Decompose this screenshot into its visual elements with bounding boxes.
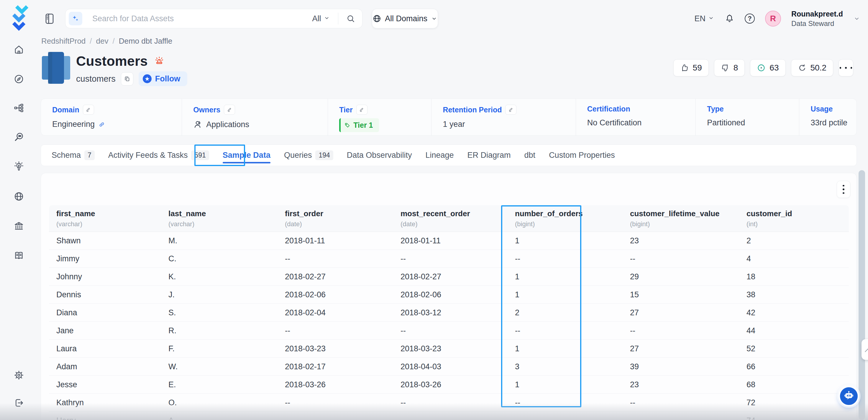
- cell-customer_id: 74: [739, 416, 849, 420]
- user-menu[interactable]: Rounakpreet.d Data Steward: [791, 10, 843, 27]
- metadata-owners: Owners Applications: [182, 99, 328, 136]
- tier-badge[interactable]: Tier 1: [339, 118, 379, 132]
- breadcrumb-item[interactable]: RedshiftProd: [41, 36, 86, 46]
- chevron-down-icon[interactable]: [853, 15, 860, 22]
- edit-domain-button[interactable]: [83, 105, 94, 115]
- cell-first_name: Jesse: [49, 380, 161, 389]
- pencil-icon: [864, 346, 868, 353]
- cell-customer_lifetime_value: --: [623, 254, 739, 263]
- popularity-button[interactable]: 50.2: [791, 59, 834, 77]
- user-name: Rounakpreet.d: [791, 10, 843, 18]
- all-domains-dropdown[interactable]: All Domains: [372, 9, 438, 28]
- table-row: DennisJ.2018-02-062018-02-0611538: [49, 286, 849, 304]
- search-icon[interactable]: [346, 14, 355, 23]
- tab-schema[interactable]: Schema7: [52, 145, 95, 166]
- column-name: last_name: [168, 209, 278, 218]
- column-type: (bigint): [630, 220, 739, 228]
- tab-er-diagram[interactable]: ER Diagram: [467, 145, 511, 166]
- tag-icon: [344, 122, 350, 128]
- upvote-count: 59: [693, 63, 702, 72]
- cell-customer_id: 4: [739, 254, 849, 263]
- tab-count-badge: 591: [191, 150, 209, 160]
- cell-last_name: J.: [161, 290, 278, 299]
- upvote-button[interactable]: 59: [673, 59, 709, 77]
- sidebar-item-logout[interactable]: [13, 398, 24, 408]
- table-row: JaneR.--------44: [49, 322, 849, 340]
- cell-first_name: Shawn: [49, 236, 161, 245]
- table-row: JesseE.2018-03-262018-03-2612368: [49, 376, 849, 394]
- sidebar-item-settings[interactable]: [13, 370, 24, 381]
- metadata-domain: Domain Engineering: [41, 99, 182, 136]
- cell-most_recent_order: --: [393, 398, 507, 407]
- sidebar-item-home[interactable]: [13, 44, 24, 55]
- metadata-type: Type Partitioned: [696, 99, 799, 136]
- global-search-input[interactable]: Search for Data Assets All: [65, 9, 363, 28]
- pencil-icon: [86, 107, 91, 112]
- breadcrumb-item[interactable]: Demo dbt Jaffle: [119, 36, 173, 46]
- sidebar-toggle-icon[interactable]: [44, 13, 55, 24]
- search-scope-dropdown[interactable]: All: [312, 14, 330, 23]
- more-actions-button[interactable]: [838, 59, 853, 77]
- edit-retention-button[interactable]: [505, 105, 517, 115]
- cell-most_recent_order: --: [393, 326, 507, 335]
- cell-first_name: Harry: [49, 416, 161, 420]
- alert-siren-icon[interactable]: [154, 56, 164, 66]
- table-row: JohnnyK.2018-02-272018-02-2712918: [49, 268, 849, 286]
- help-icon[interactable]: ?: [745, 13, 755, 24]
- cell-first_order: --: [278, 416, 393, 420]
- cell-first_order: 2018-01-11: [278, 236, 393, 245]
- language-dropdown[interactable]: EN: [694, 14, 714, 23]
- cell-most_recent_order: 2018-03-23: [393, 344, 507, 353]
- chevron-down-icon: [323, 14, 330, 23]
- cell-number_of_orders: 1: [507, 290, 623, 299]
- cell-first_name: Diana: [49, 308, 161, 318]
- edit-owners-button[interactable]: [224, 105, 235, 115]
- edge-edit-button[interactable]: [862, 339, 868, 360]
- column-header-customer_lifetime_value: customer_lifetime_value(bigint): [623, 205, 739, 232]
- cell-number_of_orders: 2: [507, 308, 623, 318]
- sidebar-item-schema[interactable]: [13, 102, 24, 113]
- sidebar-item-governance[interactable]: [13, 220, 24, 231]
- cell-last_name: A.: [161, 416, 278, 420]
- sidebar-item-glossary[interactable]: [13, 250, 24, 261]
- incidents-button[interactable]: 63: [750, 59, 785, 77]
- tab-activity-feeds-tasks[interactable]: Activity Feeds & Tasks591: [108, 145, 209, 166]
- breadcrumb-item[interactable]: dev: [96, 36, 108, 46]
- cell-most_recent_order: 2018-01-11: [393, 236, 507, 245]
- cell-first_order: --: [278, 398, 393, 407]
- owners-value[interactable]: Applications: [206, 120, 249, 129]
- tab-lineage[interactable]: Lineage: [425, 145, 454, 166]
- tab-sample-data[interactable]: Sample Data: [223, 145, 271, 166]
- cell-customer_lifetime_value: --: [623, 398, 739, 407]
- tab-dbt[interactable]: dbt: [524, 145, 536, 166]
- cell-customer_id: 2: [739, 236, 849, 245]
- table-options-button[interactable]: [837, 181, 850, 198]
- tab-data-observability[interactable]: Data Observability: [347, 145, 412, 166]
- table-row: JimmyC.--------4: [49, 250, 849, 268]
- downvote-button[interactable]: 8: [714, 59, 745, 77]
- star-badge-icon: ★: [143, 74, 152, 83]
- sidebar-item-explore[interactable]: [13, 74, 24, 84]
- tab-label: Lineage: [425, 151, 454, 160]
- left-sidebar: [0, 0, 38, 420]
- domain-value[interactable]: Engineering: [52, 120, 95, 129]
- metadata-tier: Tier Tier 1: [328, 99, 432, 136]
- tab-queries[interactable]: Queries194: [284, 145, 333, 166]
- tab-label: dbt: [524, 151, 536, 160]
- sidebar-item-insights[interactable]: [13, 161, 24, 171]
- vertical-scrollbar[interactable]: [859, 170, 865, 420]
- notifications-bell-icon[interactable]: [725, 14, 734, 24]
- book-icon: [13, 257, 24, 262]
- tab-custom-properties[interactable]: Custom Properties: [549, 145, 615, 166]
- copy-button[interactable]: [121, 72, 133, 86]
- avatar[interactable]: R: [765, 11, 781, 27]
- cell-last_name: C.: [161, 254, 278, 263]
- edit-tier-button[interactable]: [356, 105, 368, 115]
- cell-number_of_orders: --: [507, 254, 623, 263]
- chatbot-button[interactable]: [838, 386, 859, 407]
- follow-button[interactable]: ★ Follow: [138, 71, 187, 86]
- sidebar-item-web[interactable]: [13, 191, 24, 202]
- table-row: KathrynO.--------72: [49, 394, 849, 412]
- sidebar-item-observability[interactable]: [13, 132, 24, 143]
- cell-first_order: --: [278, 326, 393, 335]
